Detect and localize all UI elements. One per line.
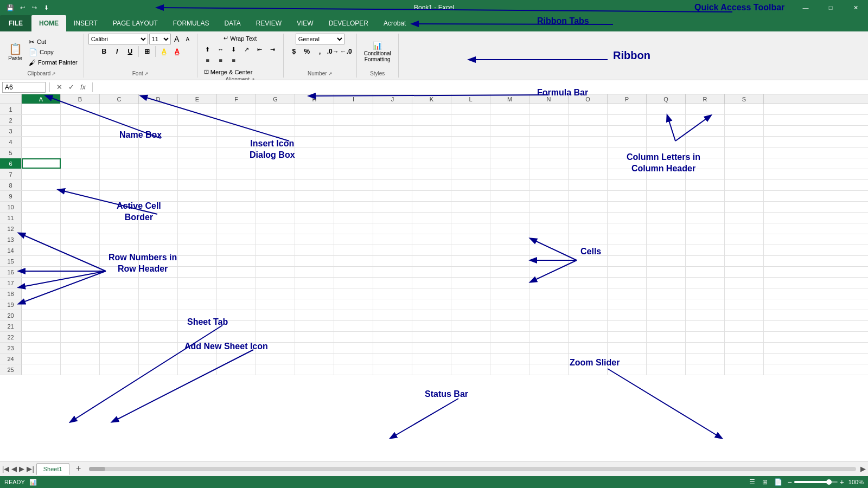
cell[interactable] (647, 278, 686, 288)
cell[interactable] (412, 180, 451, 190)
cell[interactable] (61, 310, 100, 320)
cell[interactable] (334, 288, 373, 299)
cell[interactable] (451, 299, 490, 310)
cell[interactable] (61, 321, 100, 331)
cell[interactable] (334, 267, 373, 277)
tab-review[interactable]: REVIEW (248, 15, 289, 31)
cell[interactable] (412, 234, 451, 245)
cell[interactable] (569, 299, 608, 310)
cell[interactable] (529, 158, 569, 169)
cell[interactable] (178, 245, 217, 255)
cell[interactable] (725, 115, 764, 125)
cell[interactable] (178, 278, 217, 288)
cell[interactable] (608, 158, 647, 169)
cell[interactable] (100, 256, 139, 266)
cell[interactable] (451, 158, 490, 169)
cell[interactable] (61, 256, 100, 266)
tab-developer[interactable]: DEVELOPER (321, 15, 376, 31)
cell[interactable] (334, 234, 373, 245)
cell[interactable] (178, 310, 217, 320)
sheet-tab-sheet1[interactable]: Sheet1 (36, 463, 69, 475)
cell[interactable] (569, 104, 608, 114)
cell[interactable] (529, 267, 569, 277)
underline-button[interactable]: U (124, 46, 136, 57)
cell[interactable] (256, 299, 295, 310)
cell[interactable] (100, 245, 139, 255)
scroll-right-btn[interactable]: ▶ (860, 465, 866, 473)
cell[interactable] (61, 191, 100, 201)
cell[interactable] (529, 104, 569, 114)
cell[interactable] (22, 213, 61, 223)
cell[interactable] (139, 213, 178, 223)
cell[interactable] (647, 343, 686, 353)
fill-color-button[interactable]: A̲ (158, 46, 170, 57)
cell[interactable] (22, 278, 61, 288)
cell[interactable] (295, 343, 334, 353)
cell[interactable] (100, 332, 139, 342)
cell[interactable] (139, 147, 178, 158)
cell[interactable] (608, 245, 647, 255)
cell[interactable] (295, 288, 334, 299)
cell[interactable] (22, 137, 61, 147)
cell[interactable] (569, 332, 608, 342)
cell[interactable] (529, 234, 569, 245)
cut-button[interactable]: ✂ Cut (27, 37, 79, 47)
number-dialog-icon[interactable]: ↗ (328, 71, 333, 76)
cell[interactable] (412, 343, 451, 353)
cell[interactable] (569, 137, 608, 147)
row-num-8[interactable]: 8 (0, 180, 22, 190)
tab-data[interactable]: DATA (216, 15, 248, 31)
cell[interactable] (373, 104, 412, 114)
cell[interactable] (647, 191, 686, 201)
col-header-B[interactable]: B (61, 94, 100, 104)
cell[interactable] (373, 234, 412, 245)
cell[interactable] (178, 191, 217, 201)
cell[interactable] (334, 115, 373, 125)
cell[interactable] (490, 169, 529, 179)
cell[interactable] (100, 202, 139, 212)
cell[interactable] (451, 310, 490, 320)
cell[interactable] (256, 223, 295, 234)
cell[interactable] (725, 180, 764, 190)
cell[interactable] (529, 202, 569, 212)
cell[interactable] (295, 354, 334, 364)
cell[interactable] (178, 126, 217, 136)
row-num-1[interactable]: 1 (0, 104, 22, 114)
cell[interactable] (139, 180, 178, 190)
cell[interactable] (373, 278, 412, 288)
cell[interactable] (529, 223, 569, 234)
cell[interactable] (217, 202, 256, 212)
cell[interactable] (334, 310, 373, 320)
col-header-F[interactable]: F (217, 94, 256, 104)
cell[interactable] (451, 169, 490, 179)
row-num-22[interactable]: 22 (0, 332, 22, 342)
formula-cancel-btn[interactable]: ✕ (54, 82, 65, 93)
row-num-21[interactable]: 21 (0, 321, 22, 331)
cell[interactable] (61, 354, 100, 364)
cell[interactable] (22, 354, 61, 364)
cell[interactable] (529, 147, 569, 158)
zoom-plus-btn[interactable]: + (840, 478, 844, 486)
cell[interactable] (451, 180, 490, 190)
cell[interactable] (100, 310, 139, 320)
cell[interactable] (490, 299, 529, 310)
cell[interactable] (178, 321, 217, 331)
cell[interactable] (295, 147, 334, 158)
cell[interactable] (686, 180, 725, 190)
cell[interactable] (139, 267, 178, 277)
cell[interactable] (686, 126, 725, 136)
cell[interactable] (256, 343, 295, 353)
cell[interactable] (139, 245, 178, 255)
cell[interactable] (217, 354, 256, 364)
cell[interactable] (373, 158, 412, 169)
cell[interactable] (100, 343, 139, 353)
cell[interactable] (373, 147, 412, 158)
row-num-6[interactable]: 6 (0, 158, 22, 169)
col-header-R[interactable]: R (686, 94, 725, 104)
cell[interactable] (100, 169, 139, 179)
cell[interactable] (256, 180, 295, 190)
cell[interactable] (178, 223, 217, 234)
cell[interactable] (217, 256, 256, 266)
col-header-A[interactable]: A (22, 94, 61, 104)
formula-fx-btn[interactable]: fx (78, 82, 88, 93)
